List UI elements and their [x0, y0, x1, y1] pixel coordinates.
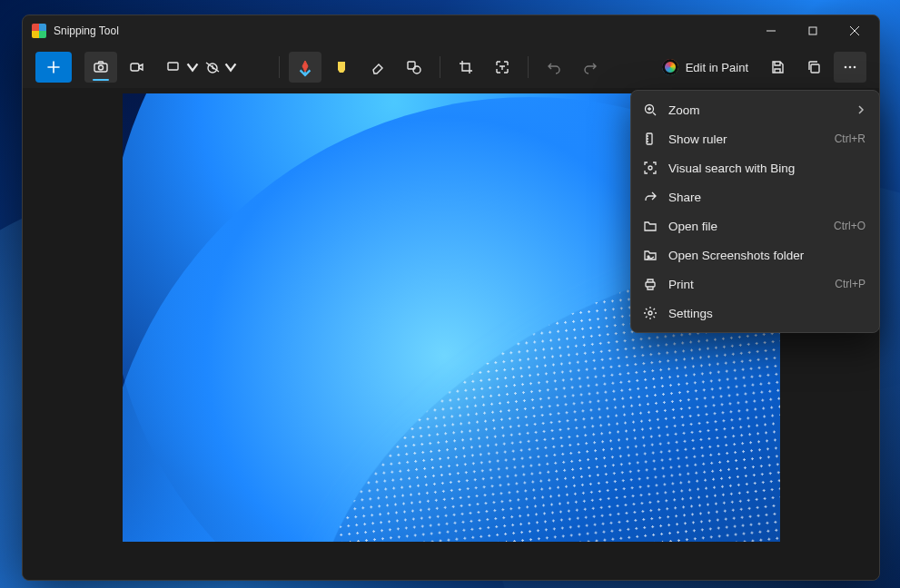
app-title: Snipping Tool [54, 24, 119, 37]
menu-label: Print [668, 278, 824, 291]
menu-item-ruler[interactable]: Show ruler Ctrl+R [636, 124, 875, 153]
redo-button[interactable] [574, 52, 607, 83]
video-mode-button[interactable] [121, 52, 153, 83]
snip-shape-dropdown[interactable] [166, 52, 201, 83]
save-button[interactable] [761, 52, 794, 83]
menu-label: Settings [668, 307, 865, 320]
pen-tool-button[interactable] [289, 52, 321, 83]
print-icon [643, 277, 658, 291]
menu-label: Visual search with Bing [668, 162, 865, 175]
app-window: Snipping Tool [22, 15, 880, 581]
menu-item-zoom[interactable]: Zoom [636, 95, 875, 124]
menu-item-visual-search[interactable]: Visual search with Bing [636, 153, 875, 182]
share-icon [643, 190, 658, 204]
ruler-icon [643, 132, 658, 146]
svg-point-8 [413, 66, 420, 74]
paint-icon [662, 59, 678, 75]
edit-in-paint-button[interactable]: Edit in Paint [653, 52, 757, 83]
copy-button[interactable] [797, 52, 830, 83]
menu-item-share[interactable]: Share [636, 182, 875, 211]
app-icon [32, 24, 46, 38]
more-menu: Zoom Show ruler Ctrl+R Visual search wit… [630, 90, 880, 333]
menu-label: Show ruler [668, 132, 824, 146]
close-button[interactable] [834, 15, 875, 46]
menu-item-open-file[interactable]: Open file Ctrl+O [636, 211, 875, 240]
edit-in-paint-label: Edit in Paint [686, 61, 748, 74]
menu-item-settings[interactable]: Settings [636, 299, 875, 328]
minimize-button[interactable] [750, 15, 792, 46]
zoom-icon [643, 103, 658, 117]
svg-point-15 [648, 166, 652, 170]
menu-item-open-screenshots-folder[interactable]: Open Screenshots folder [636, 240, 875, 270]
new-snip-button[interactable] [35, 52, 72, 83]
svg-rect-0 [809, 27, 816, 34]
svg-point-18 [648, 311, 652, 315]
title-bar: Snipping Tool [23, 15, 879, 46]
undo-button[interactable] [538, 52, 570, 83]
photo-mode-button[interactable] [84, 52, 117, 83]
svg-rect-17 [646, 282, 655, 287]
menu-label: Open file [668, 220, 823, 233]
menu-shortcut: Ctrl+R [835, 132, 865, 145]
eraser-tool-button[interactable] [361, 52, 394, 83]
folder-icon [643, 219, 658, 233]
chevron-right-icon [856, 103, 865, 117]
svg-rect-3 [131, 64, 139, 71]
svg-rect-4 [168, 63, 178, 70]
menu-label: Share [668, 191, 865, 204]
folder-image-icon [643, 248, 658, 262]
svg-point-12 [854, 66, 856, 69]
gear-icon [643, 306, 658, 320]
maximize-button[interactable] [792, 15, 834, 46]
text-extract-button[interactable] [486, 52, 519, 83]
crop-tool-button[interactable] [450, 52, 482, 83]
toolbar: Edit in Paint [23, 46, 879, 88]
scan-icon [643, 161, 658, 175]
menu-shortcut: Ctrl+O [834, 220, 865, 232]
menu-label: Open Screenshots folder [668, 249, 865, 262]
svg-point-2 [99, 65, 104, 70]
menu-label: Zoom [668, 103, 846, 117]
svg-point-10 [845, 66, 847, 69]
delay-dropdown[interactable] [204, 52, 239, 83]
svg-rect-9 [811, 64, 819, 73]
shapes-tool-button[interactable] [398, 52, 430, 83]
highlighter-tool-button[interactable] [325, 52, 358, 83]
menu-item-print[interactable]: Print Ctrl+P [636, 270, 875, 299]
svg-point-11 [849, 66, 852, 69]
svg-rect-6 [338, 62, 345, 70]
more-button[interactable] [834, 52, 866, 83]
menu-shortcut: Ctrl+P [835, 278, 865, 290]
